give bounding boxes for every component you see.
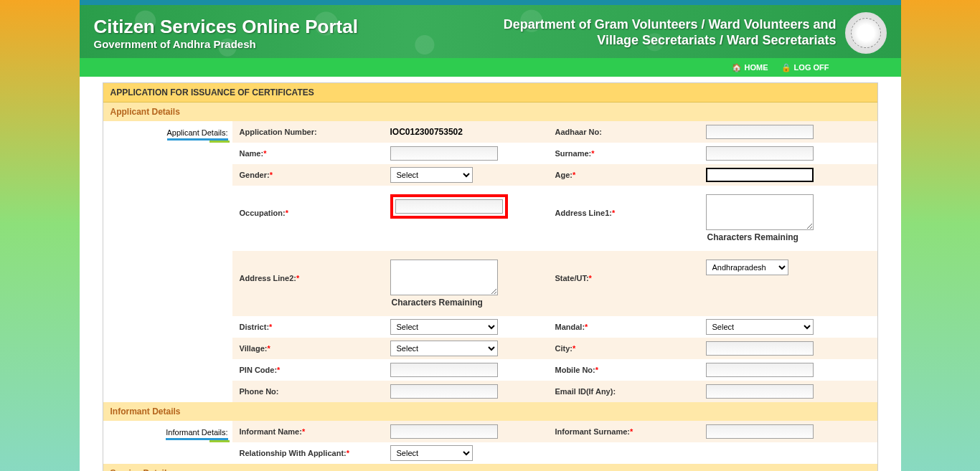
value-app-number: IOC012300753502: [390, 127, 463, 137]
site-header: Citizen Services Online Portal Governmen…: [80, 5, 901, 58]
addr1-textarea[interactable]: [706, 194, 814, 230]
informant-name-input[interactable]: [390, 424, 498, 439]
city-input[interactable]: [706, 341, 814, 356]
occupation-input[interactable]: [395, 199, 503, 214]
label-mobile: Mobile No:*: [548, 361, 699, 379]
service-section-title: Service Details: [103, 464, 877, 471]
label-addr2: Address Line2:*: [232, 257, 383, 287]
phone-input[interactable]: [390, 384, 498, 399]
name-input[interactable]: [390, 146, 498, 161]
label-city: City:*: [548, 340, 699, 357]
label-occupation: Occupation:*: [232, 191, 383, 222]
informant-surname-input[interactable]: [706, 424, 814, 439]
department-name: Department of Gram Volunteers / Ward Vol…: [504, 17, 837, 48]
panel-title: APPLICATION FOR ISSUANCE OF CERTIFICATES: [103, 83, 877, 103]
label-aadhaar: Aadhaar No:: [548, 123, 699, 141]
applicant-section-title: Applicant Details: [103, 103, 877, 121]
label-state: State/UT:*: [548, 257, 699, 287]
aadhaar-input[interactable]: [706, 125, 814, 139]
state-emblem-icon: [845, 12, 887, 54]
email-input[interactable]: [706, 384, 814, 399]
lock-icon: 🔒: [781, 63, 791, 72]
mandal-select[interactable]: Select: [706, 319, 814, 335]
label-name: Name:*: [232, 145, 383, 162]
label-addr1: Address Line1:*: [548, 191, 699, 222]
label-surname: Surname:*: [548, 145, 699, 162]
top-nav: 🏠HOME 🔒LOG OFF: [80, 58, 901, 77]
applicant-tab: Applicant Details:: [103, 121, 232, 402]
informant-section-title: Informant Details: [103, 402, 877, 421]
nav-logoff[interactable]: 🔒LOG OFF: [781, 63, 829, 72]
nav-home[interactable]: 🏠HOME: [732, 63, 768, 72]
pin-input[interactable]: [390, 363, 498, 377]
label-gender: Gender:*: [232, 166, 383, 184]
informant-tab: Informant Details:: [103, 421, 232, 464]
gender-select[interactable]: Select: [390, 167, 473, 183]
home-icon: 🏠: [732, 63, 742, 72]
portal-subtitle: Government of Andhra Pradesh: [94, 38, 358, 50]
mobile-input[interactable]: [706, 363, 814, 377]
label-app-number: Application Number:: [232, 123, 383, 141]
label-phone: Phone No:: [232, 383, 383, 400]
village-select[interactable]: Select: [390, 341, 498, 356]
addr1-chars-remaining: Characters Remaining: [706, 232, 870, 242]
label-pin: PIN Code:*: [232, 361, 383, 379]
label-email: Email ID(If Any):: [548, 383, 699, 400]
age-input[interactable]: [706, 168, 814, 182]
portal-title: Citizen Services Online Portal: [94, 16, 358, 38]
label-village: Village:*: [232, 340, 383, 357]
label-mandal: Mandal:*: [548, 318, 699, 336]
state-select[interactable]: Andhrapradesh: [706, 260, 788, 275]
addr2-textarea[interactable]: [390, 260, 498, 295]
label-inf-name: Informant Name:*: [232, 423, 383, 440]
relation-select[interactable]: Select: [390, 445, 473, 461]
addr2-chars-remaining: Characters Remaining: [390, 298, 541, 308]
label-inf-surname: Informant Surname:*: [548, 423, 699, 440]
label-age: Age:*: [548, 166, 699, 184]
label-relation: Relationship With Applicant:*: [232, 444, 383, 462]
label-district: District:*: [232, 318, 383, 336]
application-panel: APPLICATION FOR ISSUANCE OF CERTIFICATES…: [103, 82, 878, 471]
surname-input[interactable]: [706, 146, 814, 161]
district-select[interactable]: Select: [390, 319, 498, 335]
